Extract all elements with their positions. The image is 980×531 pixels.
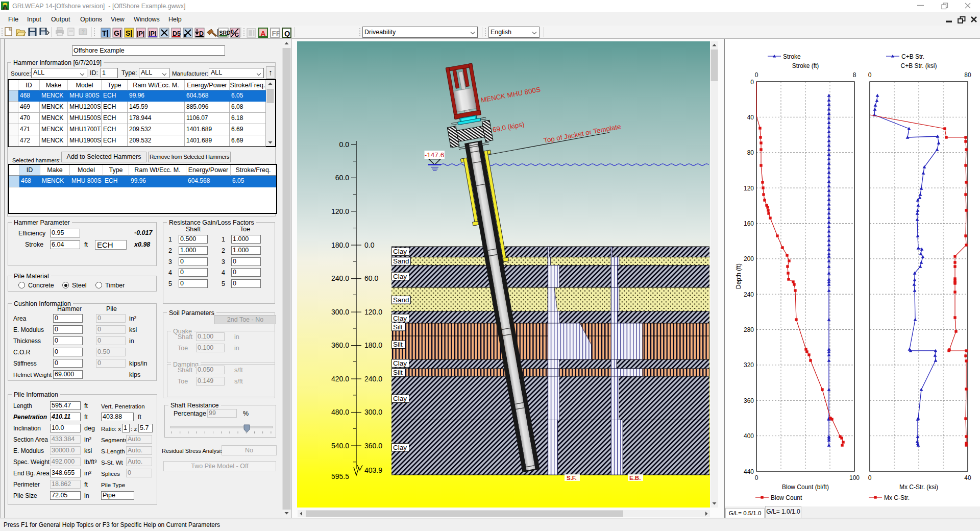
svg-text:0: 0 [755,474,758,481]
svg-text:Clay: Clay [393,315,407,322]
svg-text:300.0: 300.0 [331,308,349,316]
svg-text:300.0: 300.0 [364,408,382,416]
svg-text:Blow Count (bl/ft): Blow Count (bl/ft) [782,484,829,491]
svg-text:160: 160 [744,220,754,227]
svg-text:C+B Str. (ksi): C+B Str. (ksi) [900,62,937,69]
svg-text:Mx C-Str.: Mx C-Str. [884,494,910,501]
svg-text:Clay: Clay [393,359,407,367]
svg-text:0: 0 [755,71,758,79]
svg-text:0: 0 [868,71,872,79]
svg-text:440: 440 [744,468,754,475]
svg-text:G|: G| [114,29,121,37]
svg-text:240.0: 240.0 [364,375,382,383]
svg-text:?: ? [82,29,85,35]
svg-text:403.9: 403.9 [364,466,382,474]
svg-text:595.5: 595.5 [331,472,349,480]
svg-text:B: B [184,33,187,38]
svg-text:|P|: |P| [137,30,144,37]
svg-text:Stroke (ft): Stroke (ft) [792,62,819,69]
svg-text:60.0: 60.0 [335,174,349,182]
svg-text:120.0: 120.0 [364,308,382,316]
svg-text:180.0: 180.0 [364,341,382,349]
svg-text:Silt: Silt [393,341,403,348]
svg-text:C+B Str.: C+B Str. [901,53,924,60]
svg-text:60.0: 60.0 [364,274,378,282]
svg-text:40: 40 [964,474,971,481]
svg-text:320: 320 [744,361,754,369]
svg-text:0: 0 [868,474,872,481]
svg-text:360.0: 360.0 [331,341,349,349]
svg-text:Depth (ft): Depth (ft) [735,263,742,289]
svg-text:Mx C-Str. (ksi): Mx C-Str. (ksi) [899,484,938,491]
svg-text:80: 80 [747,149,754,156]
svg-text:120: 120 [744,185,754,192]
svg-text:0: 0 [231,29,234,35]
svg-text:Stroke: Stroke [783,53,801,60]
svg-text:240.0: 240.0 [331,274,349,282]
svg-text:Clay: Clay [393,273,407,280]
svg-text:200: 200 [744,255,754,262]
svg-text:100: 100 [849,474,860,481]
svg-text:Clay: Clay [393,395,407,402]
svg-text:540.0: 540.0 [331,442,349,450]
svg-text:Clay: Clay [393,444,407,451]
svg-text:SRD: SRD [219,30,231,36]
svg-text:120.0: 120.0 [331,207,349,215]
svg-text:T|: T| [102,29,108,37]
svg-text:0: 0 [750,79,754,86]
svg-text:8: 8 [853,71,856,79]
svg-text:Clay: Clay [393,248,407,255]
svg-text:80: 80 [964,71,971,79]
svg-text:0.0: 0.0 [364,241,375,249]
svg-text:Sand: Sand [393,257,409,265]
svg-text:360.0: 360.0 [364,442,382,450]
svg-text:480.0: 480.0 [331,408,349,416]
svg-text:S.F.: S.F. [567,475,577,481]
svg-text:Silt: Silt [393,369,403,376]
svg-text:S|: S| [126,29,132,37]
svg-text:40: 40 [747,114,754,121]
svg-text:180.0: 180.0 [331,241,349,249]
svg-text:280: 280 [744,326,754,333]
svg-text:420.0: 420.0 [331,375,349,383]
svg-text:-147.6: -147.6 [425,151,444,159]
svg-text:Sand: Sand [393,296,409,304]
svg-text:Blow Count: Blow Count [771,494,802,501]
svg-text:Q: Q [284,30,290,38]
svg-text:240: 240 [744,291,754,298]
svg-text:400: 400 [744,432,754,440]
svg-text:E.B.: E.B. [629,475,641,481]
svg-text:FF: FF [272,30,281,37]
svg-text:Silt: Silt [393,323,403,331]
svg-text:360: 360 [744,397,754,404]
svg-text:0.0: 0.0 [339,140,350,149]
